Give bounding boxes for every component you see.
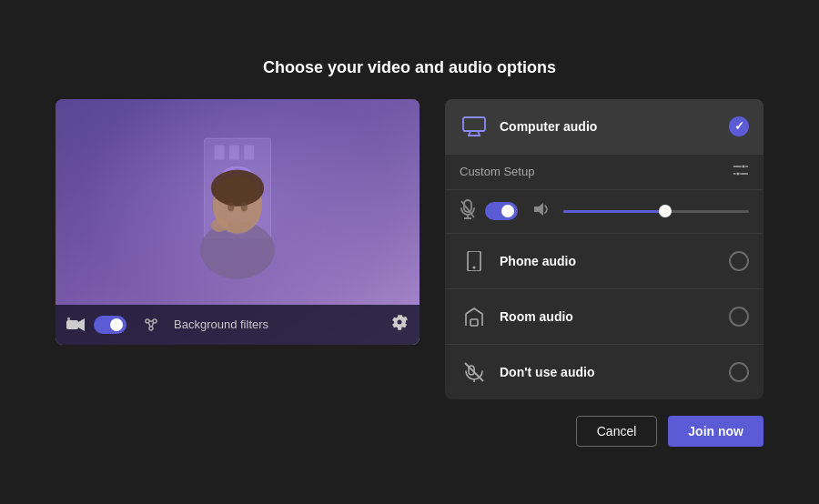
- computer-audio-label: Computer audio: [500, 119, 729, 134]
- svg-point-15: [153, 319, 157, 323]
- join-button[interactable]: Join now: [668, 416, 763, 447]
- no-audio-check: [729, 362, 749, 382]
- svg-point-14: [146, 319, 149, 323]
- volume-fill: [563, 210, 665, 213]
- computer-audio-option[interactable]: Computer audio ✓: [445, 99, 763, 155]
- svg-point-10: [211, 218, 228, 232]
- no-audio-option[interactable]: Don't use audio: [445, 345, 763, 399]
- phone-audio-check: [729, 251, 749, 271]
- svg-rect-3: [244, 145, 254, 159]
- svg-marker-32: [534, 203, 543, 216]
- video-preview: Background filters: [56, 99, 420, 345]
- video-controls-bar: Background filters: [56, 305, 420, 345]
- custom-setup-label: Custom Setup: [460, 165, 733, 178]
- camera-button[interactable]: [66, 318, 85, 332]
- settings-button[interactable]: [390, 313, 409, 336]
- mic-vol-row: [445, 190, 763, 234]
- svg-point-7: [211, 169, 264, 206]
- custom-setup-icon: [733, 164, 749, 180]
- svg-rect-2: [229, 145, 239, 159]
- right-panel: Computer audio ✓ Custom Setup: [445, 99, 763, 447]
- no-audio-label: Don't use audio: [500, 365, 729, 379]
- phone-audio-option[interactable]: Phone audio: [445, 234, 763, 289]
- audio-panel: Computer audio ✓ Custom Setup: [445, 99, 763, 399]
- svg-marker-12: [78, 318, 85, 331]
- custom-setup-row[interactable]: Custom Setup: [445, 155, 763, 190]
- audio-toggle[interactable]: [485, 202, 518, 220]
- phone-audio-label: Phone audio: [500, 254, 729, 268]
- bg-filters-label[interactable]: Background filters: [174, 318, 268, 331]
- volume-thumb[interactable]: [659, 205, 672, 217]
- gear-icon: [390, 313, 409, 331]
- svg-rect-20: [463, 117, 485, 131]
- svg-line-19: [152, 323, 154, 327]
- volume-slider[interactable]: [563, 210, 749, 213]
- room-audio-check: [729, 307, 749, 327]
- main-content: Background filters: [56, 99, 763, 447]
- bg-filters-icon: [143, 317, 159, 333]
- camera-toggle[interactable]: [94, 316, 126, 334]
- svg-point-27: [736, 172, 740, 176]
- svg-point-26: [742, 165, 745, 168]
- camera-icon: [66, 318, 85, 332]
- svg-rect-13: [67, 318, 70, 320]
- svg-rect-1: [215, 145, 225, 159]
- svg-rect-11: [66, 320, 78, 329]
- svg-point-33: [473, 266, 476, 268]
- action-buttons: Cancel Join now: [445, 416, 763, 447]
- volume-icon: [532, 201, 551, 222]
- computer-audio-check: ✓: [729, 116, 749, 136]
- svg-rect-34: [470, 319, 478, 326]
- svg-line-18: [149, 323, 151, 327]
- no-audio-icon: [460, 358, 489, 387]
- cancel-button[interactable]: Cancel: [576, 416, 658, 447]
- volume-track: [563, 210, 749, 213]
- room-audio-option[interactable]: Room audio: [445, 289, 763, 345]
- page-title: Choose your video and audio options: [263, 58, 556, 77]
- svg-line-37: [465, 363, 483, 381]
- svg-point-9: [241, 203, 248, 211]
- room-audio-icon: [460, 302, 489, 331]
- svg-point-8: [228, 203, 234, 211]
- computer-audio-icon: [460, 112, 489, 141]
- phone-audio-icon: [460, 247, 489, 276]
- svg-point-16: [149, 327, 153, 330]
- video-person: [147, 122, 329, 304]
- room-audio-label: Room audio: [500, 309, 729, 324]
- mic-muted-icon[interactable]: [460, 199, 476, 224]
